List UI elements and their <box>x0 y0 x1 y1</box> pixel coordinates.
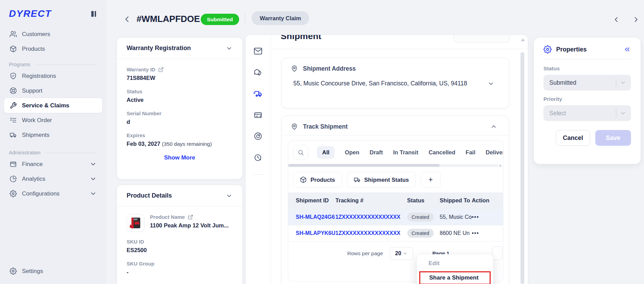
products-group-button[interactable]: Products <box>293 172 342 188</box>
scrollbar-thumb[interactable] <box>288 164 440 167</box>
status-select[interactable]: Submitted <box>543 75 631 91</box>
priority-select-value: Select <box>549 110 616 117</box>
field-product-name: Product Name 1100 Peak Amp 12 Volt Jum..… <box>150 214 229 232</box>
cancel-button[interactable]: Cancel <box>556 130 590 146</box>
sidebar-item-label: Support <box>22 87 43 94</box>
sidebar-item-analytics[interactable]: Analytics <box>4 171 102 186</box>
properties-panel: Properties Status Submitted Priority Sel… <box>534 38 641 164</box>
tab-warranty-claim[interactable]: Warranty Claim <box>251 11 309 25</box>
chevron-down-icon[interactable] <box>488 80 494 87</box>
menu-item-share-a-shipment[interactable]: Share a Shipment <box>419 271 491 284</box>
chevron-up-icon[interactable] <box>490 123 497 130</box>
collapse-panel-icon[interactable] <box>623 46 631 53</box>
chevron-down-icon[interactable] <box>226 192 233 199</box>
filter-tab-open[interactable]: Open <box>345 149 359 156</box>
row-context-menu: Edit Share a Shipment <box>417 254 493 284</box>
save-button[interactable]: Save <box>595 130 631 146</box>
sidebar-item-service-claims[interactable]: Service & Claims <box>4 98 102 113</box>
external-link-icon[interactable] <box>188 214 193 220</box>
filter-tab-in-transit[interactable]: In Transit <box>393 149 418 156</box>
next-record-icon[interactable] <box>632 15 640 24</box>
header-divider <box>245 13 245 25</box>
row-actions-menu-icon[interactable]: ••• <box>472 225 503 241</box>
external-link-icon[interactable] <box>158 67 164 72</box>
col-tracking: Tracking # <box>336 192 407 209</box>
table-row[interactable]: SH-MLAQ24G6 1ZXXXXXXXXXXXXXXXX Created 5… <box>288 209 503 225</box>
warranty-registration-card: Warranty Registration Warranty ID 71S884… <box>117 38 242 179</box>
row-actions-menu-icon[interactable]: ••• <box>472 209 503 225</box>
shipment-truck-icon[interactable] <box>254 89 263 99</box>
payment-wallet-icon[interactable] <box>254 110 263 120</box>
page-nav-button-partial[interactable] <box>492 246 502 260</box>
scroll-right-arrow-icon[interactable] <box>500 164 502 167</box>
filter-tab-cancelled[interactable]: Cancelled <box>429 149 455 156</box>
sidebar-item-settings[interactable]: Settings <box>4 264 102 279</box>
horizontal-scrollbar[interactable] <box>288 164 498 167</box>
chevron-down-icon <box>620 110 626 116</box>
shipment-heading: Shipment <box>281 35 390 42</box>
add-group-button[interactable]: + <box>421 172 441 188</box>
wallet-icon <box>10 161 17 168</box>
shipment-id-link[interactable]: SH-MLAPYK6U <box>288 225 336 241</box>
sidebar-item-label: Settings <box>22 268 43 275</box>
priority-select[interactable]: Select <box>543 105 631 121</box>
filter-tab-draft[interactable]: Draft <box>370 149 383 156</box>
sidebar-item-work-order[interactable]: Work Order <box>4 113 102 128</box>
sidebar-item-registrations[interactable]: Registrations <box>4 69 102 83</box>
sidebar-item-shipments[interactable]: Shipments <box>4 128 102 142</box>
filter-row: All Open Draft In Transit Cancelled Fail… <box>288 141 503 163</box>
vertical-scrollbar-thumb[interactable] <box>520 52 524 284</box>
sidebar-collapse-icon[interactable] <box>90 10 97 18</box>
sidebar-item-label: Configurations <box>22 190 60 197</box>
table-header-row: Shipment ID Tracking # Status Shipped To… <box>288 192 503 209</box>
back-chevron-icon[interactable] <box>122 14 132 24</box>
timer-icon[interactable] <box>254 153 263 163</box>
settings-gear-icon <box>10 268 17 275</box>
table-row[interactable]: SH-MLAPYK6U 1ZXXXXXXXXXXXXXXXX Created 8… <box>288 225 503 241</box>
rail-divider <box>253 174 264 175</box>
chat-icon[interactable] <box>254 68 263 78</box>
tracking-link[interactable]: 1ZXXXXXXXXXXXXXXXX <box>336 225 407 241</box>
menu-item-edit[interactable]: Edit <box>417 255 493 267</box>
location-pin-icon <box>291 123 298 130</box>
chevron-down-icon <box>620 80 626 86</box>
show-more-link[interactable]: Show More <box>127 154 233 161</box>
field-status: Status Active <box>127 88 233 103</box>
brand-logo: DYRECT <box>9 8 51 19</box>
shipment-id-link[interactable]: SH-MLAQ24G6 <box>288 209 336 225</box>
sidebar-item-customers[interactable]: Customers <box>4 27 102 42</box>
mail-icon[interactable] <box>254 47 263 56</box>
chevron-down-icon <box>403 251 408 256</box>
sidebar-item-label: Analytics <box>22 176 45 182</box>
prev-record-icon[interactable] <box>612 15 620 24</box>
rows-per-page-select[interactable]: 20 <box>390 247 413 260</box>
clipped-toolbar-button[interactable] <box>454 35 510 43</box>
filter-tab-all[interactable]: All <box>317 146 335 159</box>
checklist-icon <box>10 117 17 124</box>
scroll-up-arrow-icon[interactable] <box>521 38 525 41</box>
sidebar-item-label: Products <box>22 46 45 52</box>
filter-tab-delivered[interactable]: Delivered <box>486 149 503 156</box>
sidebar-item-label: Work Order <box>22 117 52 124</box>
tracking-link[interactable]: 1ZXXXXXXXXXXXXXXXX <box>336 209 407 225</box>
package-icon <box>10 45 17 52</box>
shipment-address-text: 55, Music Concourse Drive, San Francisco… <box>293 80 467 87</box>
status-pill: Created <box>407 213 434 222</box>
chevron-down-icon[interactable] <box>226 45 233 52</box>
sidebar-item-products[interactable]: Products <box>4 42 102 56</box>
priority-field-label: Priority <box>543 96 631 102</box>
sidebar-item-support[interactable]: Support <box>4 83 102 98</box>
sidebar: DYRECT Customers Products Programs Regis… <box>0 0 106 284</box>
wrench-icon <box>10 102 17 109</box>
col-shipment-id: Shipment ID <box>288 192 336 209</box>
sidebar-item-configurations[interactable]: Configurations <box>4 186 102 201</box>
divider <box>282 135 509 135</box>
select-divider <box>616 109 616 117</box>
shipment-status-group-button[interactable]: Shipment Status <box>347 172 416 188</box>
search-button[interactable] <box>293 145 308 160</box>
product-image <box>127 214 144 232</box>
refresh-icon[interactable] <box>254 132 263 141</box>
filter-tab-fail[interactable]: Fail <box>466 149 475 156</box>
page-title: #WMLAPFDOE <box>137 14 200 24</box>
sidebar-item-finance[interactable]: Finance <box>4 157 102 171</box>
